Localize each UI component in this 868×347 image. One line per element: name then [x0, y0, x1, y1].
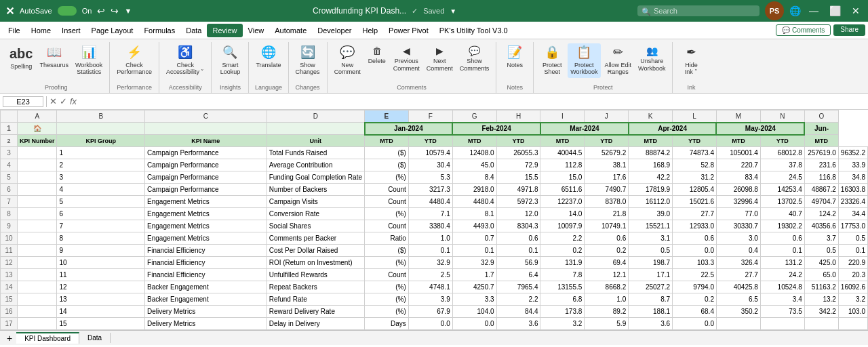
cell[interactable]: 0.6: [673, 232, 717, 245]
cell[interactable]: 8378.0: [585, 196, 629, 208]
cell[interactable]: 15: [57, 318, 145, 330]
cell[interactable]: (%): [365, 293, 409, 306]
cell[interactable]: 32.9: [408, 257, 452, 269]
cell-h2[interactable]: YTD: [496, 135, 540, 147]
cell[interactable]: 52679.2: [585, 147, 629, 159]
cell[interactable]: 68.4: [673, 306, 717, 318]
cell[interactable]: 7965.4: [496, 281, 540, 293]
cell[interactable]: 6.8: [540, 293, 585, 306]
confirm-formula-icon[interactable]: ✓: [60, 96, 67, 106]
cell[interactable]: 31.2: [673, 171, 717, 184]
cell[interactable]: [804, 318, 838, 330]
redo-button[interactable]: ↪: [111, 5, 119, 16]
cell[interactable]: 40425.8: [716, 281, 760, 293]
cell[interactable]: 13.2: [804, 293, 838, 306]
cell[interactable]: Campaign Visits: [267, 196, 364, 208]
cell[interactable]: 2.2: [540, 232, 585, 245]
cell[interactable]: (%): [365, 171, 409, 184]
cell[interactable]: 5.3: [408, 171, 452, 184]
cell[interactable]: 3.3: [452, 293, 496, 306]
cell[interactable]: 1.0: [585, 293, 629, 306]
cell[interactable]: 49704.7: [804, 196, 838, 208]
add-sheet-button[interactable]: +: [3, 333, 16, 344]
cell[interactable]: 96352.2: [838, 147, 867, 159]
cell[interactable]: 32996.4: [716, 196, 760, 208]
cell[interactable]: 4: [57, 184, 145, 196]
cell[interactable]: 131.9: [540, 257, 585, 269]
cell[interactable]: ($): [365, 245, 409, 257]
cell[interactable]: 25027.2: [629, 281, 673, 293]
cell[interactable]: Financial Efficiency: [145, 245, 267, 257]
cell[interactable]: 17819.9: [629, 184, 673, 196]
cell[interactable]: 0.1: [838, 245, 867, 257]
unshare-workbook-button[interactable]: 👥 UnshareWorkbook: [635, 43, 668, 74]
menu-developer[interactable]: Developer: [312, 24, 357, 37]
cell[interactable]: 15521.1: [629, 220, 673, 232]
share-button[interactable]: Share: [833, 24, 865, 36]
cell[interactable]: 51163.2: [804, 281, 838, 293]
cell[interactable]: 5972.3: [496, 196, 540, 208]
cell[interactable]: Average Contribution: [267, 159, 364, 171]
cell[interactable]: 4971.8: [496, 184, 540, 196]
cell[interactable]: 84.4: [496, 306, 540, 318]
cell-o1-jun[interactable]: Jun-: [804, 123, 838, 135]
cell[interactable]: 10097.9: [540, 220, 585, 232]
cell[interactable]: 8304.3: [496, 220, 540, 232]
cell[interactable]: 72.9: [496, 159, 540, 171]
cell[interactable]: 15.5: [496, 171, 540, 184]
cell[interactable]: 0.6: [760, 232, 804, 245]
saved-chevron[interactable]: ▼: [450, 7, 456, 15]
cell[interactable]: 1.7: [452, 269, 496, 281]
show-changes-button[interactable]: 🔄 ShowChanges: [293, 43, 323, 78]
cell[interactable]: 32.9: [452, 257, 496, 269]
cell[interactable]: 13702.5: [760, 196, 804, 208]
cell[interactable]: 2918.0: [452, 184, 496, 196]
cell[interactable]: Backer Engagement: [145, 293, 267, 306]
cell[interactable]: Count: [365, 196, 409, 208]
cell[interactable]: [17, 220, 57, 232]
cell[interactable]: (%): [365, 281, 409, 293]
cell[interactable]: 39.0: [629, 208, 673, 220]
cell[interactable]: (%): [365, 306, 409, 318]
menu-power-pivot[interactable]: Power Pivot: [383, 24, 434, 37]
cell[interactable]: Campaign Performance: [145, 171, 267, 184]
show-comments-button[interactable]: 💬 ShowComments: [457, 43, 492, 74]
cell[interactable]: 16112.0: [629, 196, 673, 208]
menu-view[interactable]: View: [243, 24, 270, 37]
menu-data[interactable]: Data: [180, 24, 207, 37]
cell-e2[interactable]: MTD: [365, 135, 409, 147]
cell[interactable]: 69.4: [585, 257, 629, 269]
cell[interactable]: Delivery Metrics: [145, 306, 267, 318]
cell[interactable]: 3: [57, 171, 145, 184]
cell[interactable]: 68012.8: [760, 147, 804, 159]
menu-review[interactable]: Review: [207, 24, 242, 37]
cell[interactable]: 15.0: [540, 171, 585, 184]
cell-c1[interactable]: [145, 123, 267, 135]
cell[interactable]: Campaign Performance: [145, 147, 267, 159]
cell[interactable]: 52.8: [673, 159, 717, 171]
cell[interactable]: 12.1: [585, 269, 629, 281]
cell[interactable]: 0.1: [496, 245, 540, 257]
cell[interactable]: 12408.0: [452, 147, 496, 159]
cell[interactable]: 173.8: [540, 306, 585, 318]
cell[interactable]: 24.2: [760, 269, 804, 281]
cell[interactable]: 17.1: [629, 269, 673, 281]
cell[interactable]: Count: [365, 269, 409, 281]
cell[interactable]: [17, 293, 57, 306]
cell[interactable]: 0.6: [496, 232, 540, 245]
cell[interactable]: 20.3: [838, 269, 867, 281]
cell[interactable]: Days: [365, 318, 409, 330]
cell[interactable]: 40044.5: [540, 147, 585, 159]
spelling-button[interactable]: abc Spelling: [7, 43, 35, 73]
cell[interactable]: [716, 318, 760, 330]
col-header-c[interactable]: C: [145, 110, 267, 123]
insert-function-icon[interactable]: fx: [70, 96, 77, 106]
cell[interactable]: Funding Goal Completion Rate: [267, 171, 364, 184]
cell[interactable]: 9: [57, 245, 145, 257]
cell[interactable]: Financial Efficiency: [145, 269, 267, 281]
cell[interactable]: 23326.4: [838, 196, 867, 208]
menu-help[interactable]: Help: [357, 24, 383, 37]
cell[interactable]: Comments per Backer: [267, 232, 364, 245]
cell-a2[interactable]: KPI Number: [17, 135, 57, 147]
quick-access-more[interactable]: ▼: [124, 7, 132, 15]
